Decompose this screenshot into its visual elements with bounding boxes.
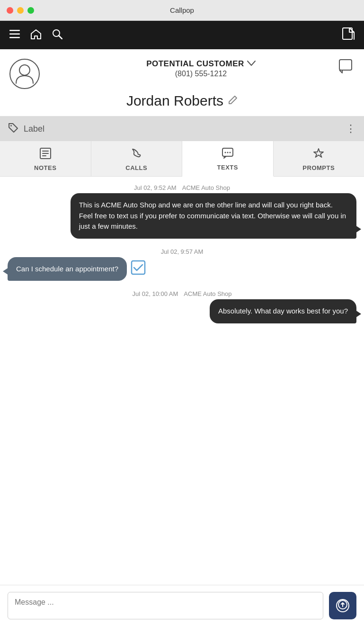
msg-timestamp-3: Jul 02, 10:00 AM ACME Auto Shop bbox=[8, 290, 356, 297]
menu-icon[interactable] bbox=[9, 30, 20, 41]
label-bar: Label ⋮ bbox=[0, 116, 364, 141]
svg-rect-2 bbox=[9, 37, 20, 38]
input-area bbox=[0, 585, 364, 626]
tag-icon bbox=[8, 122, 19, 136]
message-block-1: Jul 02, 9:52 AM ACME Auto Shop This is A… bbox=[8, 184, 356, 239]
svg-line-4 bbox=[59, 36, 62, 39]
more-options-icon[interactable]: ⋮ bbox=[346, 123, 356, 135]
app-title: Callpop bbox=[170, 6, 194, 14]
tab-prompts[interactable]: PROMPTS bbox=[274, 141, 364, 176]
chevron-down-icon[interactable] bbox=[247, 59, 256, 69]
svg-point-6 bbox=[19, 65, 30, 75]
messages-area: Jul 02, 9:52 AM ACME Auto Shop This is A… bbox=[0, 177, 364, 585]
svg-rect-7 bbox=[339, 60, 352, 70]
avatar bbox=[9, 59, 40, 89]
label-left: Label bbox=[8, 122, 44, 136]
message-bubble-3: Absolutely. What day works best for you? bbox=[210, 299, 356, 323]
svg-rect-1 bbox=[9, 33, 20, 35]
message-check-icon bbox=[131, 260, 146, 278]
window-controls bbox=[7, 7, 34, 14]
send-arrow-icon bbox=[338, 600, 347, 611]
message-row-2: Can I schedule an appointment? bbox=[8, 257, 356, 281]
svg-rect-0 bbox=[9, 30, 20, 31]
chat-button[interactable] bbox=[338, 59, 355, 78]
msg-timestamp-1: Jul 02, 9:52 AM ACME Auto Shop bbox=[8, 184, 356, 191]
svg-point-15 bbox=[227, 152, 228, 153]
contact-header-top: POTENTIAL CUSTOMER (801) 555-1212 bbox=[9, 59, 355, 89]
tab-texts-label: TEXTS bbox=[217, 164, 238, 171]
close-button[interactable] bbox=[7, 7, 13, 14]
msg-timestamp-2: Jul 02, 9:57 AM bbox=[8, 248, 356, 255]
home-icon[interactable] bbox=[30, 29, 42, 42]
message-bubble-2: Can I schedule an appointment? bbox=[8, 257, 127, 281]
message-block-3: Jul 02, 10:00 AM ACME Auto Shop Absolute… bbox=[8, 290, 356, 323]
message-block-2: Jul 02, 9:57 AM Can I schedule an appoin… bbox=[8, 248, 356, 281]
contact-type: POTENTIAL CUSTOMER bbox=[47, 59, 355, 69]
tab-texts[interactable]: TEXTS bbox=[182, 141, 274, 177]
contact-header: POTENTIAL CUSTOMER (801) 555-1212 Jordan… bbox=[0, 49, 364, 116]
label-text: Label bbox=[24, 124, 44, 134]
svg-point-14 bbox=[224, 152, 226, 153]
tab-prompts-label: PROMPTS bbox=[302, 164, 335, 171]
contact-phone: (801) 555-1212 bbox=[47, 70, 355, 78]
texts-icon bbox=[222, 147, 234, 162]
tab-notes-label: NOTES bbox=[34, 164, 56, 171]
send-icon bbox=[336, 599, 349, 612]
message-row-1: This is ACME Auto Shop and we are on the… bbox=[8, 193, 356, 239]
contact-info: POTENTIAL CUSTOMER (801) 555-1212 bbox=[47, 59, 355, 78]
tab-calls-label: CALLS bbox=[125, 164, 147, 171]
message-row-3: Absolutely. What day works best for you? bbox=[8, 299, 356, 323]
tabs: NOTES CALLS TEXTS PROMPTS bbox=[0, 141, 364, 177]
svg-point-8 bbox=[10, 125, 12, 126]
export-icon[interactable] bbox=[342, 27, 355, 43]
tab-calls[interactable]: CALLS bbox=[91, 141, 183, 176]
svg-point-16 bbox=[229, 152, 231, 153]
nav-left bbox=[9, 29, 62, 42]
tab-notes[interactable]: NOTES bbox=[0, 141, 91, 176]
message-bubble-1: This is ACME Auto Shop and we are on the… bbox=[71, 193, 356, 239]
maximize-button[interactable] bbox=[27, 7, 34, 14]
send-button[interactable] bbox=[329, 592, 356, 619]
calls-icon bbox=[130, 147, 142, 162]
search-icon[interactable] bbox=[52, 29, 62, 42]
nav-bar bbox=[0, 21, 364, 49]
message-input[interactable] bbox=[8, 592, 323, 619]
edit-icon[interactable] bbox=[228, 95, 238, 107]
prompts-icon bbox=[312, 147, 325, 162]
contact-name: Jordan Roberts bbox=[126, 93, 238, 109]
notes-icon bbox=[39, 147, 52, 162]
title-bar: Callpop bbox=[0, 0, 364, 21]
minimize-button[interactable] bbox=[17, 7, 24, 14]
